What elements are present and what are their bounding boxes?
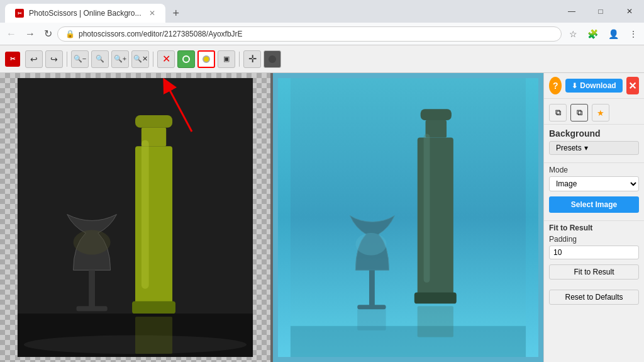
help-button[interactable]: ? bbox=[549, 77, 562, 94]
svg-rect-18 bbox=[418, 138, 453, 299]
svg-rect-5 bbox=[135, 146, 172, 307]
refresh-button[interactable]: ↻ bbox=[40, 25, 56, 42]
toolbar-separator-3 bbox=[239, 52, 240, 67]
svg-rect-19 bbox=[414, 293, 457, 304]
left-image-svg bbox=[5, 78, 265, 357]
left-image-container bbox=[5, 78, 265, 357]
mode-label: Mode bbox=[549, 166, 639, 174]
right-image-svg bbox=[278, 78, 538, 357]
back-button[interactable]: ← bbox=[3, 26, 20, 42]
svg-rect-14 bbox=[291, 78, 526, 357]
padding-input[interactable] bbox=[549, 246, 639, 259]
profile-button[interactable]: 👤 bbox=[604, 26, 623, 42]
reset-button[interactable]: Reset to Defaults bbox=[549, 290, 639, 305]
annotation-arrow-svg bbox=[160, 78, 204, 135]
toolbar-separator-1 bbox=[67, 52, 67, 67]
background-icon-button[interactable]: ⧉ bbox=[570, 104, 588, 122]
mode-select[interactable]: Color Image Transparent bbox=[549, 176, 639, 191]
process-button[interactable] bbox=[177, 50, 195, 68]
svg-rect-8 bbox=[89, 270, 95, 307]
menu-button[interactable]: ⋮ bbox=[625, 26, 641, 42]
extension-button[interactable]: 🧩 bbox=[584, 26, 602, 42]
color-picker-button[interactable] bbox=[264, 50, 281, 68]
close-button[interactable]: ✕ bbox=[615, 0, 644, 23]
svg-rect-6 bbox=[132, 301, 175, 314]
tab-favicon: ✂ bbox=[15, 9, 24, 18]
layers-icon-button[interactable]: ⧉ bbox=[549, 104, 567, 122]
app-content: ✂ ↩ ↪ 🔍− 🔍 🔍+ 🔍✕ ✕ ▣ ✛ bbox=[0, 45, 644, 362]
foreground-tool-wrapper bbox=[197, 50, 215, 68]
download-button[interactable]: ⬇ Download bbox=[565, 79, 622, 93]
right-panel: ? ⬇ Download ✕ ⧉ ⧉ ★ Background bbox=[543, 73, 644, 362]
svg-rect-9 bbox=[76, 306, 107, 311]
zoom-custom-button[interactable]: 🔍✕ bbox=[131, 50, 149, 68]
url-text: photoscissors.com/editor/2127385088/Ayox… bbox=[79, 30, 553, 38]
svg-rect-16 bbox=[421, 109, 452, 120]
move-tool-button[interactable]: ✛ bbox=[243, 50, 261, 68]
svg-rect-24 bbox=[418, 306, 453, 337]
secure-icon: 🔒 bbox=[65, 30, 75, 38]
zoom-fit-button[interactable]: 🔍 bbox=[91, 50, 109, 68]
svg-rect-21 bbox=[369, 270, 375, 306]
background-brush-button[interactable]: ▣ bbox=[218, 50, 235, 68]
svg-rect-11 bbox=[135, 317, 172, 354]
tab-close-button[interactable]: ✕ bbox=[149, 9, 155, 18]
svg-rect-20 bbox=[424, 134, 430, 283]
zoom-in-button[interactable]: 🔍+ bbox=[111, 50, 129, 68]
mode-field-row: Color Image Transparent bbox=[549, 176, 639, 191]
zoom-out-button[interactable]: 🔍− bbox=[71, 50, 89, 68]
favorites-icon-button[interactable]: ★ bbox=[592, 104, 609, 122]
canvas-area bbox=[0, 73, 543, 362]
download-icon: ⬇ bbox=[572, 82, 577, 90]
tab-title: PhotoScissors | Online Backgro... bbox=[29, 9, 142, 18]
padding-field-row bbox=[549, 246, 639, 259]
top-action-row: ? ⬇ Download ✕ bbox=[544, 73, 644, 99]
panel-close-button[interactable]: ✕ bbox=[626, 77, 639, 94]
svg-line-13 bbox=[167, 84, 192, 132]
right-canvas-pane[interactable] bbox=[273, 73, 543, 362]
svg-rect-7 bbox=[142, 140, 149, 288]
browser-actions: ☆ 🧩 👤 ⋮ bbox=[565, 26, 641, 42]
app-main: ? ⬇ Download ✕ ⧉ ⧉ ★ Background bbox=[0, 73, 644, 362]
panel-section-icons: ⧉ ⧉ ★ bbox=[544, 99, 644, 125]
url-bar[interactable]: 🔒 photoscissors.com/editor/2127385088/Ay… bbox=[57, 26, 562, 42]
minimize-button[interactable]: — bbox=[557, 0, 586, 23]
panel-title: Background bbox=[544, 125, 644, 141]
window-controls: — □ ✕ bbox=[557, 0, 644, 23]
left-canvas-pane[interactable] bbox=[0, 73, 270, 362]
svg-rect-15 bbox=[291, 326, 526, 357]
select-image-button[interactable]: Select Image bbox=[549, 196, 639, 213]
padding-label: Padding bbox=[549, 235, 639, 244]
app-toolbar: ✂ ↩ ↪ 🔍− 🔍 🔍+ 🔍✕ ✕ ▣ ✛ bbox=[0, 45, 644, 73]
fit-result-label: Fit to Result bbox=[544, 220, 644, 235]
forward-button[interactable]: → bbox=[21, 26, 39, 42]
presets-label: Presets bbox=[556, 144, 582, 152]
svg-rect-25 bbox=[357, 308, 386, 330]
bookmark-button[interactable]: ☆ bbox=[565, 26, 581, 42]
app-logo: ✂ bbox=[5, 52, 20, 67]
undo-button[interactable]: ↩ bbox=[25, 50, 43, 68]
svg-rect-22 bbox=[357, 305, 386, 309]
fit-result-button[interactable]: Fit to Result bbox=[549, 264, 639, 280]
toolbar-separator-2 bbox=[153, 52, 153, 67]
foreground-tool-button[interactable] bbox=[197, 50, 215, 68]
presets-button[interactable]: Presets ▾ bbox=[549, 141, 639, 155]
browser-window: ✂ PhotoScissors | Online Backgro... ✕ + … bbox=[0, 0, 644, 362]
maximize-button[interactable]: □ bbox=[586, 0, 615, 23]
svg-point-23 bbox=[355, 233, 386, 255]
browser-tab[interactable]: ✂ PhotoScissors | Online Backgro... ✕ bbox=[5, 4, 165, 23]
svg-point-10 bbox=[74, 230, 111, 254]
redo-button[interactable]: ↪ bbox=[45, 50, 63, 68]
presets-chevron: ▾ bbox=[584, 144, 588, 152]
arrow-annotation bbox=[160, 78, 204, 137]
new-tab-button[interactable]: + bbox=[168, 4, 185, 23]
divider-1 bbox=[544, 162, 644, 163]
right-image-container bbox=[278, 78, 538, 357]
cancel-button[interactable]: ✕ bbox=[157, 50, 175, 68]
